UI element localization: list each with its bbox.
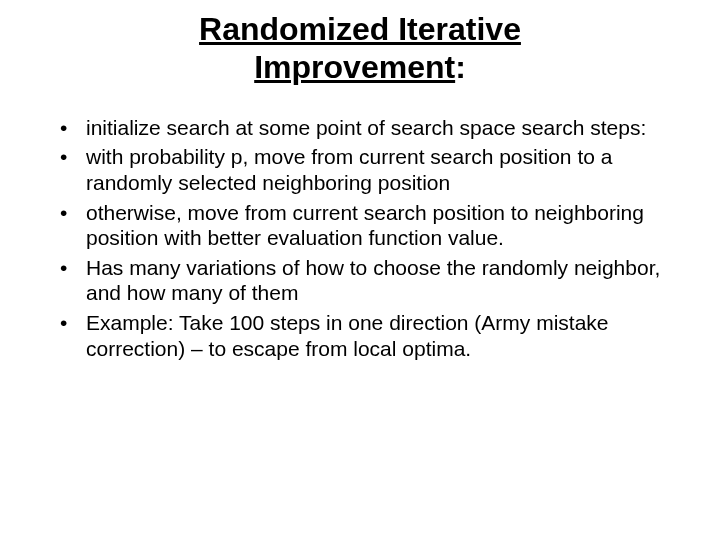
title-line1: Randomized Iterative	[199, 11, 521, 47]
list-item: with probability p, move from current se…	[60, 144, 680, 195]
list-item: Has many variations of how to choose the…	[60, 255, 680, 306]
list-item: initialize search at some point of searc…	[60, 115, 680, 141]
slide-title: Randomized Iterative Improvement:	[30, 10, 690, 87]
list-item: Example: Take 100 steps in one direction…	[60, 310, 680, 361]
list-item: otherwise, move from current search posi…	[60, 200, 680, 251]
bullet-list: initialize search at some point of searc…	[30, 115, 690, 361]
title-colon: :	[455, 49, 466, 85]
slide: Randomized Iterative Improvement: initia…	[0, 0, 720, 540]
title-line2-underlined: Improvement	[254, 49, 455, 85]
